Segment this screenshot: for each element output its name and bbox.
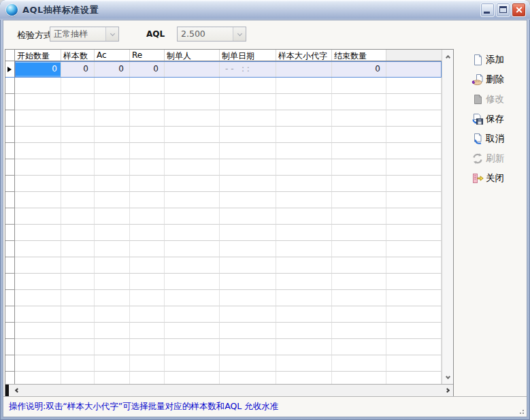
grid-empty-cell: [220, 159, 276, 176]
grid-empty-cell: [61, 127, 95, 143]
grid-empty-row: [5, 372, 442, 384]
grid-empty-cell: [332, 257, 386, 274]
row-arrow-icon: [7, 67, 12, 72]
scroll-down-button[interactable]: [443, 372, 453, 382]
grid-empty-cell: [220, 208, 276, 225]
splitter-handle[interactable]: [5, 385, 9, 396]
grid-empty-cell: [15, 290, 61, 306]
scroll-right-button[interactable]: [443, 386, 453, 395]
titlebar[interactable]: AQL抽样标准设置: [0, 0, 530, 20]
edit-icon: [471, 93, 484, 106]
cell-sample-size-code[interactable]: [276, 61, 332, 78]
grid-empty-cell: [61, 274, 95, 290]
cell-end-qty[interactable]: 0: [332, 61, 386, 78]
grid-empty-cell: [15, 274, 61, 290]
inspection-method-select[interactable]: 正常抽样: [50, 27, 119, 42]
close-button[interactable]: 关闭: [471, 170, 530, 187]
column-header-create-date[interactable]: 制单日期: [220, 50, 276, 61]
grid-empty-cell: [276, 192, 332, 208]
grid-empty-cell: [15, 143, 61, 159]
grid-empty-cell: [386, 110, 442, 127]
grid-empty-cell: [386, 143, 442, 159]
grid-empty-cell: [220, 94, 276, 110]
maximize-button[interactable]: [496, 3, 510, 17]
grid-empty-cell: [130, 110, 165, 127]
close-window-button[interactable]: [512, 3, 526, 17]
grid-empty-cell: [130, 127, 165, 143]
column-header-sample-count[interactable]: 样本数: [61, 50, 95, 61]
save-button[interactable]: 保存: [471, 111, 530, 127]
cell-start-qty[interactable]: 0: [15, 61, 61, 78]
grid-empty-cell: [15, 323, 61, 339]
column-header-start-qty[interactable]: 开始数量: [15, 50, 61, 61]
grid-empty-cell: [332, 323, 386, 339]
grid-empty-cell: [130, 159, 165, 176]
grid-empty-cell: [276, 372, 332, 384]
aql-select[interactable]: 2.500: [177, 27, 246, 42]
grid-empty-cell: [165, 257, 220, 274]
horizontal-scrollbar[interactable]: [5, 384, 453, 396]
minimize-icon: [484, 12, 490, 14]
add-button[interactable]: 添加: [471, 52, 530, 68]
grid-empty-cell: [15, 339, 61, 355]
grid-selected-row[interactable]: 0 0 0 0 - - : : 0: [5, 61, 442, 78]
aql-label: AQL: [146, 29, 165, 39]
column-header-ac[interactable]: Ac: [95, 50, 130, 61]
grid-empty-cell: [5, 225, 15, 241]
cell-extra[interactable]: [386, 61, 442, 78]
grid-body: 0 0 0 0 - - : : 0: [5, 61, 442, 384]
window: AQL抽样标准设置 检验方式 正常抽样 AQL 2.500 开始数量 样: [0, 0, 530, 420]
cell-re[interactable]: 0: [130, 61, 165, 78]
grid-empty-cell: [165, 241, 220, 257]
grid-empty-cell: [61, 372, 95, 384]
grid-empty-cell: [95, 306, 130, 323]
grid-empty-row: [5, 290, 442, 306]
chevron-left-icon: [14, 388, 19, 393]
grid-empty-cell: [332, 143, 386, 159]
resize-grip-icon[interactable]: [518, 408, 525, 415]
cell-creator[interactable]: [165, 61, 220, 78]
cell-ac[interactable]: 0: [95, 61, 130, 78]
grid-empty-cell: [220, 241, 276, 257]
grid-empty-cell: [220, 257, 276, 274]
vertical-scrollbar[interactable]: [442, 50, 453, 384]
grid-empty-cell: [386, 127, 442, 143]
grid-empty-cell: [130, 208, 165, 225]
grid-empty-row: [5, 257, 442, 274]
grid-empty-cell: [5, 306, 15, 323]
grid-empty-cell: [95, 208, 130, 225]
grid-empty-row: [5, 159, 442, 176]
column-header-re[interactable]: Re: [130, 50, 165, 61]
delete-button[interactable]: 删除: [471, 71, 530, 88]
grid-empty-cell: [220, 127, 276, 143]
grid-empty-cell: [220, 274, 276, 290]
column-header-creator[interactable]: 制单人: [165, 50, 220, 61]
grid-empty-cell: [130, 225, 165, 241]
grid-empty-cell: [61, 78, 95, 94]
column-header-sample-size-code[interactable]: 样本大小代字: [276, 50, 332, 61]
grid-empty-cell: [220, 225, 276, 241]
minimize-button[interactable]: [480, 3, 495, 17]
grid-empty-cell: [276, 306, 332, 323]
grid-empty-cell: [386, 355, 442, 372]
grid-empty-cell: [5, 290, 15, 306]
grid-empty-cell: [386, 192, 442, 208]
chevron-right-icon: [444, 388, 449, 393]
status-instructions: 操作说明:双击“样本大小代字”可选择批量对应的样本数和AQL 允收水准: [9, 401, 278, 413]
cell-create-date[interactable]: - - : :: [220, 61, 276, 78]
grid-empty-cell: [220, 110, 276, 127]
grid-empty-cell: [5, 208, 15, 225]
cancel-button[interactable]: 取消: [471, 131, 530, 147]
column-header-end-qty[interactable]: 结束数量: [332, 50, 386, 61]
modify-button: 修改: [471, 91, 530, 108]
grid-empty-cell: [165, 127, 220, 143]
refresh-icon: [471, 152, 484, 165]
save-floppy-icon: [471, 113, 484, 125]
scroll-up-button[interactable]: [443, 52, 453, 61]
scroll-left-button[interactable]: [11, 386, 21, 395]
row-indicator: [5, 61, 15, 78]
grid-empty-cell: [15, 372, 61, 384]
cell-sample-count[interactable]: 0: [61, 61, 95, 78]
grid-empty-cell: [220, 306, 276, 323]
grid-empty-cell: [15, 176, 61, 192]
